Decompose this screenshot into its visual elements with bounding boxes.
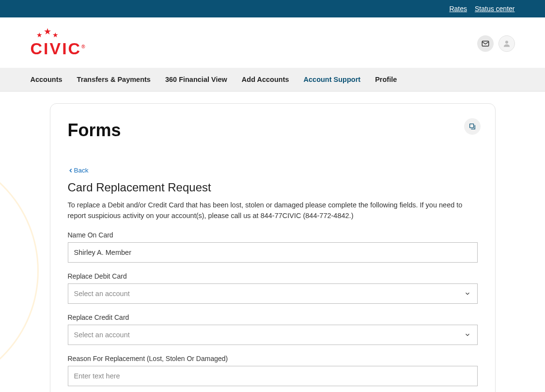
back-link[interactable]: Back	[69, 167, 89, 174]
profile-icon[interactable]	[498, 35, 515, 52]
replace-credit-select[interactable]	[68, 325, 478, 345]
logo[interactable]: ★★★ CIVIC®	[31, 29, 98, 58]
svg-point-1	[505, 41, 508, 44]
nav-accounts[interactable]: Accounts	[31, 68, 62, 91]
nav-add-accounts[interactable]: Add Accounts	[242, 68, 289, 91]
replace-credit-label: Replace Credit Card	[68, 314, 478, 321]
messages-icon[interactable]	[477, 35, 494, 52]
reason-input[interactable]	[68, 366, 478, 386]
replace-debit-select[interactable]	[68, 283, 478, 304]
forms-card: Forms Back Card Replacement Request To r…	[50, 103, 496, 392]
form-description: To replace a Debit and/or Credit Card th…	[68, 200, 478, 221]
name-on-card-input[interactable]	[68, 242, 478, 263]
nav-transfers[interactable]: Transfers & Payments	[77, 68, 151, 91]
form-subtitle: Card Replacement Request	[68, 181, 478, 194]
rates-link[interactable]: Rates	[449, 5, 467, 13]
reason-label: Reason For Replacement (Lost, Stolen Or …	[68, 355, 478, 362]
top-bar: Rates Status center	[0, 0, 545, 17]
header: ★★★ CIVIC®	[0, 17, 545, 68]
page-title: Forms	[68, 120, 478, 141]
svg-rect-2	[469, 124, 473, 128]
nav-account-support[interactable]: Account Support	[304, 68, 361, 91]
replace-debit-label: Replace Debit Card	[68, 272, 478, 280]
status-center-link[interactable]: Status center	[475, 5, 515, 13]
print-button[interactable]	[464, 118, 481, 135]
main-nav: Accounts Transfers & Payments 360 Financ…	[0, 68, 545, 92]
nav-financial-view[interactable]: 360 Financial View	[165, 68, 227, 91]
nav-profile[interactable]: Profile	[375, 68, 397, 91]
name-on-card-label: Name On Card	[68, 231, 478, 239]
